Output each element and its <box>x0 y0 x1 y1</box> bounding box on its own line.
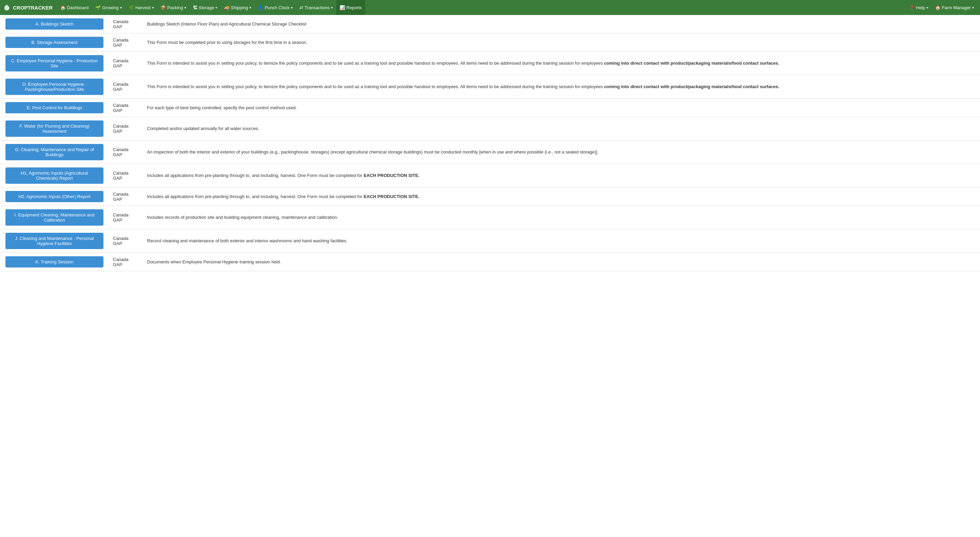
brand[interactable]: CROPTRACKER <box>3 3 53 11</box>
reports-table: A. Buildings SketchCanada GAPBuildings S… <box>0 15 980 271</box>
report-button-10[interactable]: J. Cleaning and Maintenance - Personal H… <box>5 233 103 249</box>
dashboard-icon: 🏠 <box>60 5 66 10</box>
table-row: K. Training SessionCanada GAPDocuments w… <box>0 253 980 271</box>
button-cell: A. Buildings Sketch <box>0 15 109 33</box>
description-cell: Includes all applications from pre-plant… <box>143 188 980 206</box>
nav-shipping-label: Shipping <box>231 5 248 10</box>
nav-punch-clock-label: Punch Clock <box>265 5 290 10</box>
button-cell: H2. Agronomic Inputs (Other) Report <box>0 188 109 206</box>
button-cell: H1. Agronomic Inputs (Agricultural Chemi… <box>0 164 109 188</box>
button-cell: I. Equipment Cleaning, Maintenance and C… <box>0 206 109 229</box>
report-button-9[interactable]: I. Equipment Cleaning, Maintenance and C… <box>5 209 103 226</box>
nav-dashboard-label: Dashboard <box>67 5 89 10</box>
transactions-caret: ▾ <box>331 6 333 10</box>
sidebar-item-storage[interactable]: 🏗 Storage ▾ <box>189 0 221 15</box>
table-row: E. Pest Control for BuildingsCanada GAPF… <box>0 99 980 117</box>
button-cell: F. Water (for Fluming and Cleaning) Asse… <box>0 117 109 140</box>
nav-items: 🏠 Dashboard 🌱 Growing ▾ 🌿 Harvest ▾ 📦 Pa… <box>57 0 906 15</box>
description-cell: For each type of best being controlled, … <box>143 99 980 117</box>
table-row: J. Cleaning and Maintenance - Personal H… <box>0 229 980 253</box>
report-button-3[interactable]: D. Employee Personal Hygiene - Packingho… <box>5 79 103 95</box>
shipping-icon: 🚚 <box>224 5 229 10</box>
description-cell: Completed and/or updated annually for al… <box>143 117 980 140</box>
reports-icon: 📊 <box>340 5 345 10</box>
storage-caret: ▾ <box>215 6 217 10</box>
report-button-5[interactable]: F. Water (for Fluming and Cleaning) Asse… <box>5 121 103 137</box>
sidebar-item-dashboard[interactable]: 🏠 Dashboard <box>57 0 92 15</box>
category-cell: Canada GAP <box>109 164 143 188</box>
storage-icon: 🏗 <box>193 5 197 10</box>
report-button-1[interactable]: B. Storage Assessment <box>5 37 103 48</box>
farm-manager-caret: ▾ <box>972 6 974 10</box>
button-cell: C. Employee Personal Hygiene - Productio… <box>0 52 109 75</box>
nav-transactions-label: Transactions <box>305 5 330 10</box>
description-cell: Buildings Sketch (Interior Floor Plan) a… <box>143 15 980 33</box>
category-cell: Canada GAP <box>109 99 143 117</box>
description-bold-text: EACH PRODUCTION SITE. <box>364 173 420 178</box>
table-row: G. Cleaning, Maintenance and Repair of B… <box>0 140 980 164</box>
nav-growing-label: Growing <box>102 5 118 10</box>
sidebar-item-growing[interactable]: 🌱 Growing ▾ <box>92 0 125 15</box>
sidebar-item-packing[interactable]: 📦 Packing ▾ <box>157 0 189 15</box>
packing-icon: 📦 <box>161 5 166 10</box>
category-cell: Canada GAP <box>109 75 143 99</box>
button-cell: K. Training Session <box>0 253 109 271</box>
category-cell: Canada GAP <box>109 52 143 75</box>
sidebar-item-transactions[interactable]: ⇄ Transactions ▾ <box>296 0 336 15</box>
sidebar-item-farm-manager[interactable]: 🏠 Farm Manager ▾ <box>932 0 977 15</box>
description-cell: Documents when Employee Personal Hygiene… <box>143 253 980 271</box>
button-cell: G. Cleaning, Maintenance and Repair of B… <box>0 140 109 164</box>
navbar: CROPTRACKER 🏠 Dashboard 🌱 Growing ▾ 🌿 Ha… <box>0 0 980 15</box>
description-cell: An inspection of both the interior and e… <box>143 140 980 164</box>
brand-label: CROPTRACKER <box>13 5 53 11</box>
category-cell: Canada GAP <box>109 15 143 33</box>
category-cell: Canada GAP <box>109 140 143 164</box>
category-cell: Canada GAP <box>109 253 143 271</box>
report-button-6[interactable]: G. Cleaning, Maintenance and Repair of B… <box>5 144 103 160</box>
sidebar-item-harvest[interactable]: 🌿 Harvest ▾ <box>125 0 157 15</box>
nav-farm-manager-label: Farm Manager <box>942 5 971 10</box>
brand-icon <box>3 3 11 11</box>
growing-icon: 🌱 <box>95 5 101 10</box>
sidebar-item-help[interactable]: ❓ Help ▾ <box>906 0 932 15</box>
sidebar-item-punch-clock[interactable]: 👤 Punch Clock ▾ <box>255 0 296 15</box>
nav-right: ❓ Help ▾ 🏠 Farm Manager ▾ <box>906 0 977 15</box>
description-cell: Includes all applications from pre-plant… <box>143 164 980 188</box>
nav-harvest-label: Harvest <box>135 5 151 10</box>
description-cell: Record cleaning and maintenance of both … <box>143 229 980 253</box>
nav-reports-label: Reports <box>347 5 362 10</box>
shipping-caret: ▾ <box>250 6 251 10</box>
description-text: This Form is intended to assist you in s… <box>147 84 604 89</box>
punch-clock-icon: 👤 <box>258 5 263 10</box>
button-cell: E. Pest Control for Buildings <box>0 99 109 117</box>
help-icon: ❓ <box>909 5 915 10</box>
report-button-7[interactable]: H1. Agronomic Inputs (Agricultural Chemi… <box>5 167 103 184</box>
packing-caret: ▾ <box>185 6 186 10</box>
harvest-icon: 🌿 <box>129 5 134 10</box>
help-caret: ▾ <box>927 6 928 10</box>
farm-manager-icon: 🏠 <box>935 5 940 10</box>
report-button-11[interactable]: K. Training Session <box>5 256 103 268</box>
table-row: C. Employee Personal Hygiene - Productio… <box>0 52 980 75</box>
report-button-0[interactable]: A. Buildings Sketch <box>5 18 103 30</box>
table-row: D. Employee Personal Hygiene - Packingho… <box>0 75 980 99</box>
table-row: H1. Agronomic Inputs (Agricultural Chemi… <box>0 164 980 188</box>
sidebar-item-shipping[interactable]: 🚚 Shipping ▾ <box>221 0 255 15</box>
description-text: Includes all applications from pre-plant… <box>147 173 364 178</box>
table-row: B. Storage AssessmentCanada GAPThis Form… <box>0 33 980 52</box>
category-cell: Canada GAP <box>109 188 143 206</box>
report-button-2[interactable]: C. Employee Personal Hygiene - Productio… <box>5 55 103 72</box>
nav-storage-label: Storage <box>199 5 215 10</box>
transactions-icon: ⇄ <box>299 5 303 10</box>
description-cell: This Form is intended to assist you in s… <box>143 52 980 75</box>
sidebar-item-reports[interactable]: 📊 Reports <box>336 0 366 15</box>
report-button-4[interactable]: E. Pest Control for Buildings <box>5 102 103 113</box>
table-row: I. Equipment Cleaning, Maintenance and C… <box>0 206 980 229</box>
category-cell: Canada GAP <box>109 117 143 140</box>
nav-help-label: Help <box>916 5 925 10</box>
report-button-8[interactable]: H2. Agronomic Inputs (Other) Report <box>5 191 103 202</box>
growing-caret: ▾ <box>120 6 122 10</box>
button-cell: D. Employee Personal Hygiene - Packingho… <box>0 75 109 99</box>
description-bold-text: EACH PRODUCTION SITE. <box>364 194 420 199</box>
main-content: A. Buildings SketchCanada GAPBuildings S… <box>0 15 980 271</box>
